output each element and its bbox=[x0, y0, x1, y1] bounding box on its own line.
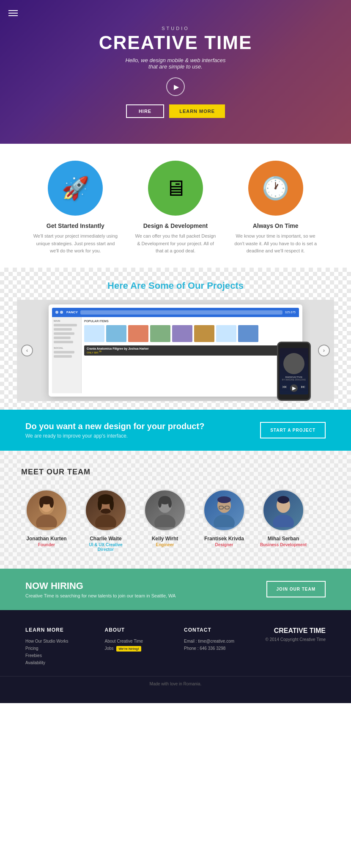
footer-brand-name: CREATIVE TIME bbox=[263, 627, 326, 635]
team-grid: Jonathan Kurten Founder Charlie Waite UI… bbox=[21, 489, 330, 552]
hero-title: CREATIVE TIME bbox=[99, 33, 252, 53]
footer-bottom: Made with love in Romania. bbox=[0, 676, 351, 691]
svg-point-25 bbox=[277, 496, 289, 504]
member-role-4: Designer bbox=[199, 542, 250, 547]
footer-link-pricing[interactable]: Pricing bbox=[25, 646, 88, 651]
carousel-prev[interactable]: ‹ bbox=[21, 345, 33, 356]
cta-text: Do you want a new design for your produc… bbox=[25, 422, 204, 439]
cta-heading: Do you want a new design for your produc… bbox=[25, 422, 204, 431]
learn-more-button[interactable]: LEARN MORE bbox=[169, 104, 225, 118]
hiring-section: NOW HIRING Creative Time is searching fo… bbox=[0, 569, 351, 610]
hero-subtitle: Hello, we design mobile & web interfaces… bbox=[99, 57, 252, 70]
footer-brand-col: CREATIVE TIME © 2014 Copyright Creative … bbox=[263, 627, 326, 642]
footer-link-availability[interactable]: Availability bbox=[25, 660, 88, 665]
team-member-2: Charlie Waite UI & UX Creative Director bbox=[80, 489, 131, 552]
hero-studio-label: STUDIO bbox=[99, 26, 252, 31]
phone-screen: RADIOACTIVE BY IMAGINE DRAGONS ⏮ ▶ ⏭ bbox=[280, 348, 308, 394]
mockup-dot-1 bbox=[55, 311, 58, 314]
hiring-badge: We're hiring! bbox=[116, 646, 141, 652]
feature-title-3: Always On Time bbox=[233, 222, 318, 229]
mockup-sidebar: MAIN SOCIAL bbox=[52, 317, 82, 393]
avatar-kelly bbox=[144, 489, 186, 531]
svg-point-4 bbox=[39, 498, 44, 508]
projects-carousel: ‹ FANCY 325.675 MAIN SOCIAL bbox=[17, 300, 334, 401]
projects-title: Here Are Some of Our Projects bbox=[17, 280, 334, 291]
svg-point-6 bbox=[95, 515, 116, 527]
mockup-main: POPULAR ITEMS Crania Anatomica Filigree … bbox=[82, 317, 299, 393]
feature-desc-2: We can offer you the full packet Design … bbox=[133, 233, 218, 255]
team-member-3: Kelly Wirht Engineer bbox=[140, 489, 190, 552]
member-role-5: Business Development bbox=[258, 542, 309, 547]
feature-desc-1: We'll start your project immediately usi… bbox=[33, 233, 118, 255]
footer-link-jobs[interactable]: Jobs We're hiring! bbox=[105, 646, 167, 652]
footer-link-about[interactable]: About Creative Time bbox=[105, 639, 167, 643]
phone-mockup: RADIOACTIVE BY IMAGINE DRAGONS ⏮ ▶ ⏭ bbox=[277, 342, 311, 401]
avatar-mihai bbox=[262, 489, 304, 531]
svg-point-10 bbox=[110, 498, 114, 510]
clock-icon: 🕐 bbox=[248, 161, 303, 216]
hero-buttons: HIRE LEARN MORE bbox=[99, 104, 252, 118]
member-name-4: Frantisek Krivda bbox=[199, 536, 250, 542]
footer-link-freebies[interactable]: Freebies bbox=[25, 653, 88, 658]
mockup-header: FANCY 325.675 bbox=[52, 308, 299, 317]
cta-banner: Do you want a new design for your produc… bbox=[0, 410, 351, 451]
member-name-2: Charlie Waite bbox=[80, 536, 131, 542]
team-section: MEET OUR TEAM Jonathan Kurten Founder bbox=[0, 451, 351, 569]
member-role-1: Founder bbox=[21, 542, 72, 547]
feature-design-dev: 🖥 Design & Development We can offer you … bbox=[133, 161, 218, 255]
feature-title-1: Get Started Instantly bbox=[33, 222, 118, 229]
hire-button[interactable]: HIRE bbox=[126, 104, 164, 118]
footer-link-email[interactable]: Email : time@creative.com bbox=[184, 639, 247, 643]
start-project-button[interactable]: START A PROJECT bbox=[260, 422, 326, 438]
avatar-jonathan bbox=[25, 489, 68, 531]
svg-point-15 bbox=[158, 499, 162, 508]
team-member-4: Frantisek Krivda Designer bbox=[199, 489, 250, 552]
avatar-frantisek bbox=[203, 489, 245, 531]
footer-learn-title: LEARN MORE bbox=[25, 627, 88, 633]
svg-point-23 bbox=[273, 515, 294, 527]
design-dev-icon: 🖥 bbox=[148, 161, 203, 216]
team-title: MEET OUR TEAM bbox=[21, 468, 330, 476]
footer-col-about: ABOUT About Creative Time Jobs We're hir… bbox=[105, 627, 167, 654]
hiring-desc: Creative Time is searching for new talen… bbox=[25, 593, 176, 598]
carousel-next[interactable]: › bbox=[318, 345, 330, 356]
footer-link-phone[interactable]: Phone : 646 336 3298 bbox=[184, 646, 247, 651]
svg-point-9 bbox=[98, 498, 102, 510]
footer-col-contact: CONTACT Email : time@creative.com Phone … bbox=[184, 627, 247, 653]
svg-point-5 bbox=[49, 498, 54, 508]
phone-app-display: RADIOACTIVE BY IMAGINE DRAGONS ⏮ ▶ ⏭ bbox=[280, 348, 308, 394]
menu-button[interactable] bbox=[8, 8, 18, 18]
mockup-dot-2 bbox=[60, 311, 63, 314]
member-role-3: Engineer bbox=[140, 542, 190, 547]
feature-desc-3: We know your time is important, so we do… bbox=[233, 233, 318, 255]
project-mockup: FANCY 325.675 MAIN SOCIAL POPULAR I bbox=[49, 304, 302, 397]
avatar-charlie bbox=[85, 489, 127, 531]
team-member-5: Mihai Serban Business Development bbox=[258, 489, 309, 552]
feature-title-2: Design & Development bbox=[133, 222, 218, 229]
svg-point-11 bbox=[101, 509, 111, 514]
get-started-icon: 🚀 bbox=[48, 161, 103, 216]
hiring-text: NOW HIRING Creative Time is searching fo… bbox=[25, 580, 176, 598]
footer-copyright: © 2014 Copyright Creative Time bbox=[263, 637, 326, 642]
svg-point-1 bbox=[36, 515, 57, 527]
svg-point-16 bbox=[168, 499, 172, 508]
join-team-button[interactable]: JOIN OUR TEAM bbox=[266, 581, 326, 597]
member-name-1: Jonathan Kurten bbox=[21, 536, 72, 542]
footer-content: LEARN MORE How Our Studio Works Pricing … bbox=[0, 610, 351, 676]
svg-point-12 bbox=[154, 515, 176, 527]
hiring-heading: NOW HIRING bbox=[25, 580, 176, 591]
play-button[interactable] bbox=[166, 77, 185, 96]
member-role-2: UI & UX Creative Director bbox=[80, 542, 131, 552]
svg-point-19 bbox=[217, 496, 231, 503]
mockup-body: MAIN SOCIAL POPULAR ITEMS bbox=[52, 317, 299, 393]
projects-section: Here Are Some of Our Projects ‹ FANCY 32… bbox=[0, 268, 351, 410]
feature-always-on-time: 🕐 Always On Time We know your time is im… bbox=[233, 161, 318, 255]
cta-subtext: We are ready to improve your app's inter… bbox=[25, 433, 204, 439]
team-member-1: Jonathan Kurten Founder bbox=[21, 489, 72, 552]
hero-section: STUDIO CREATIVE TIME Hello, we design mo… bbox=[0, 0, 351, 144]
mockup-logo: FANCY bbox=[66, 310, 78, 314]
footer-contact-title: CONTACT bbox=[184, 627, 247, 633]
footer-link-studio[interactable]: How Our Studio Works bbox=[25, 639, 88, 643]
member-name-3: Kelly Wirht bbox=[140, 536, 190, 542]
svg-point-17 bbox=[214, 515, 235, 527]
